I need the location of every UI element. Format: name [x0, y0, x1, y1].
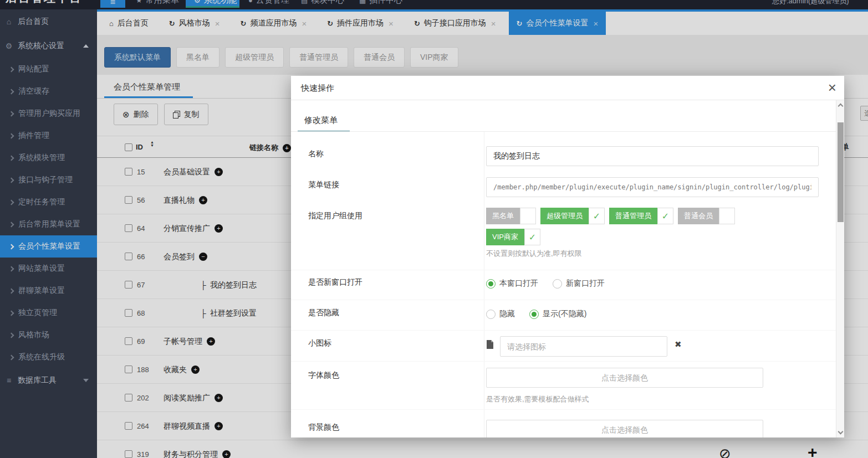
group-chip-vip-merchant[interactable]: VIP商家✓ [486, 229, 540, 245]
block-icon[interactable]: ⊘ [719, 445, 731, 458]
hide-field-label: 是否隐藏 [308, 308, 339, 318]
check-icon: ✓ [662, 211, 669, 222]
window-field-label: 是否新窗口打开 [308, 277, 362, 287]
window-radio-group: 本窗口打开 新窗口打开 [486, 279, 605, 289]
radio-icon [486, 310, 496, 319]
user-group-chips: 黑名单 超级管理员✓ 普通管理员✓ 普通会员 VIP商家✓ [486, 208, 763, 250]
radio-show[interactable]: 显示(不隐藏) [529, 309, 586, 319]
name-field-label: 名称 [308, 149, 324, 159]
group-chip-normal-member[interactable]: 普通会员 [678, 208, 735, 224]
checkbox-empty[interactable] [719, 208, 735, 224]
modal-header: 快速操作 × [291, 76, 844, 100]
checkbox-checked[interactable]: ✓ [657, 208, 673, 224]
font-color-note: 是否有效果,需要模板配合做样式 [486, 394, 589, 404]
checkbox-empty[interactable] [520, 208, 536, 224]
form-row-separator [291, 300, 836, 300]
bg-color-input[interactable] [486, 420, 763, 438]
form-column-divider [484, 132, 484, 438]
user-group-note: 不设置则按默认为准,即有权限 [486, 249, 582, 259]
hide-radio-group: 隐藏 显示(不隐藏) [486, 309, 586, 319]
group-chip-blacklist[interactable]: 黑名单 [486, 208, 536, 224]
scroll-down-icon[interactable] [838, 429, 844, 435]
font-color-input[interactable] [486, 368, 763, 388]
radio-new-window[interactable]: 新窗口打开 [553, 279, 605, 289]
radio-same-window[interactable]: 本窗口打开 [486, 279, 538, 289]
form-row-separator [291, 361, 836, 362]
quick-action-modal: 快速操作 × 修改菜单 名称 菜单链接 指定用户组使用 黑名单 超级管理员✓ 普… [291, 76, 844, 438]
check-icon: ✓ [593, 211, 600, 222]
bg-color-field-label: 背景颜色 [308, 423, 339, 433]
add-icon[interactable]: + [808, 443, 818, 458]
modal-tab-border [291, 131, 836, 132]
modal-title: 快速操作 [301, 76, 334, 100]
radio-icon [486, 279, 496, 289]
user-group-field-label: 指定用户组使用 [308, 211, 362, 221]
name-input[interactable] [486, 146, 819, 166]
form-row-separator [291, 409, 836, 410]
form-row-separator [291, 330, 836, 331]
check-icon: ✓ [529, 232, 536, 243]
modal-tab-edit-menu[interactable]: 修改菜单 [304, 115, 338, 126]
radio-icon [553, 279, 562, 289]
icon-field-label: 小图标 [308, 338, 331, 348]
radio-icon [529, 310, 539, 319]
menu-link-input[interactable] [486, 177, 819, 197]
checkbox-checked[interactable]: ✓ [524, 229, 540, 245]
modal-body: 修改菜单 名称 菜单链接 指定用户组使用 黑名单 超级管理员✓ 普通管理员✓ 普… [291, 100, 844, 438]
form-row-separator [291, 270, 836, 270]
scroll-up-icon[interactable] [838, 104, 844, 109]
scrollbar-thumb[interactable] [838, 122, 844, 222]
close-icon[interactable]: × [828, 79, 836, 96]
checkbox-checked[interactable]: ✓ [589, 208, 605, 224]
modal-scrollbar[interactable] [836, 100, 844, 438]
group-chip-normal-admin[interactable]: 普通管理员✓ [609, 208, 673, 224]
group-chip-super-admin[interactable]: 超级管理员✓ [540, 208, 605, 224]
clear-icon[interactable]: ✖ [675, 339, 682, 349]
icon-picker-input[interactable] [500, 336, 667, 357]
link-field-label: 菜单链接 [308, 180, 339, 190]
radio-hide[interactable]: 隐藏 [486, 309, 515, 319]
font-color-field-label: 字体颜色 [308, 370, 339, 380]
file-icon [486, 340, 493, 349]
